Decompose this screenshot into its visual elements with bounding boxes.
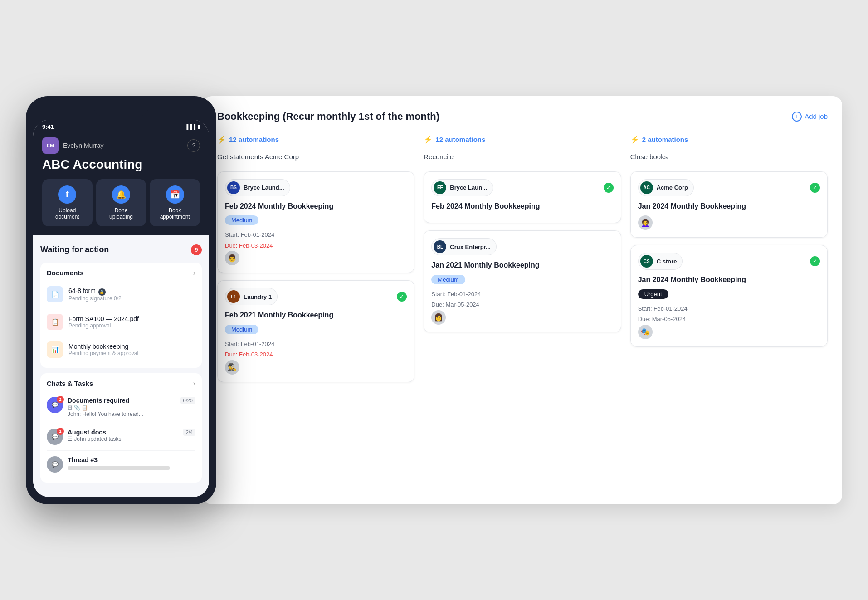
action-buttons: ⬆ Uploaddocument 🔔 Doneuploading 📅 Booka… bbox=[42, 179, 200, 226]
document-item-2[interactable]: 📋 Form SA100 — 2024.pdf Pending approval bbox=[47, 310, 195, 334]
start-date-1-1: Start: Feb-01-2024 bbox=[225, 229, 407, 240]
client-name-1-1: Bryce Laund... bbox=[244, 184, 284, 191]
signal-icon: ▐▐▐ bbox=[185, 124, 195, 129]
user-left: EM Evelyn Murray bbox=[42, 137, 103, 154]
client-avatar-3-1: AC bbox=[640, 181, 653, 194]
client-badge-2-2: BL Crux Enterpr... bbox=[431, 238, 497, 255]
job-card-3-1[interactable]: AC Acme Corp ✓ Jan 2024 Monthly Bookkeep… bbox=[630, 171, 828, 238]
client-badge-3-2: CS C store bbox=[638, 253, 683, 270]
check-icon-3-1: ✓ bbox=[810, 183, 820, 193]
phone-header: EM Evelyn Murray ? ABC Accounting ⬆ Uplo… bbox=[33, 132, 209, 235]
client-name-2-1: Bryce Laun... bbox=[450, 184, 487, 191]
doc-icon-3: 📊 bbox=[47, 341, 63, 358]
job-card-2-2[interactable]: BL Crux Enterpr... Jan 2021 Monthly Book… bbox=[424, 230, 621, 332]
job-card-1-1[interactable]: BS Bryce Laund... Feb 2024 Monthly Bookk… bbox=[217, 171, 414, 273]
chat-item-1[interactable]: 💬 2 Documents required 0/20 🖼 📎 📋 bbox=[47, 393, 195, 421]
bolt-icon-3: ⚡ bbox=[630, 135, 639, 144]
client-badge-3-1: AC Acme Corp bbox=[638, 179, 694, 196]
job-title-2-1: Feb 2024 Monthly Bookkeeping bbox=[431, 202, 613, 211]
dates-1-2: Start: Feb-01-2024 Due: Feb-03-2024 bbox=[225, 339, 407, 360]
waiting-section-header: Waiting for action 9 bbox=[40, 244, 202, 255]
priority-1-1: Medium bbox=[225, 215, 258, 225]
chat-avatar-3: 💬 bbox=[47, 456, 63, 473]
job-title-1-1: Feb 2024 Monthly Bookkeeping bbox=[225, 202, 407, 211]
book-appointment-label: Bookappointment bbox=[160, 207, 190, 220]
priority-3-2: Urgent bbox=[638, 289, 668, 299]
due-date-1-2: Due: Feb-03-2024 bbox=[225, 349, 407, 360]
client-name-3-2: C store bbox=[657, 258, 677, 265]
doc-info-3: Monthly bookkeeping Pending payment & ap… bbox=[68, 343, 138, 356]
chat-item-2[interactable]: 💬 1 August docs 2/4 ☰ John updated tasks bbox=[47, 425, 195, 449]
user-avatar: EM bbox=[42, 137, 59, 154]
doc-info-2: Form SA100 — 2024.pdf Pending approval bbox=[68, 315, 139, 329]
document-item-3[interactable]: 📊 Monthly bookkeeping Pending payment & … bbox=[47, 338, 195, 361]
client-row-1-1: BS Bryce Laund... bbox=[225, 179, 407, 196]
bolt-icon-1: ⚡ bbox=[217, 135, 226, 144]
client-avatar-2-2: BL bbox=[434, 240, 446, 253]
due-date-3-2: Due: Mar-05-2024 bbox=[638, 314, 820, 324]
chat-content-3: Thread #3 bbox=[68, 456, 195, 470]
chats-title: Chats & Tasks bbox=[47, 380, 93, 387]
documents-chevron[interactable]: › bbox=[193, 269, 195, 277]
job-card-3-2[interactable]: CS C store ✓ Jan 2024 Monthly Bookkeepin… bbox=[630, 245, 828, 347]
doc-info-1: 64-8 form 🔒 Pending signature 0/2 bbox=[68, 287, 122, 302]
col-desc-1: Get statements Acme Corp bbox=[217, 153, 414, 161]
doc-status-2: Pending approval bbox=[68, 322, 139, 329]
client-name-1-2: Laundry 1 bbox=[244, 293, 272, 300]
chat-item-3[interactable]: 💬 Thread #3 bbox=[47, 453, 195, 476]
help-button[interactable]: ? bbox=[187, 139, 200, 152]
client-badge-1-1: BS Bryce Laund... bbox=[225, 179, 290, 196]
automations-count-2: 12 automations bbox=[435, 136, 485, 143]
book-appointment-button[interactable]: 📅 Bookappointment bbox=[150, 179, 200, 226]
client-name-3-1: Acme Corp bbox=[657, 184, 688, 191]
dates-3-2: Start: Feb-01-2024 Due: Mar-05-2024 bbox=[638, 303, 820, 325]
job-title-3-1: Jan 2024 Monthly Bookkeeping bbox=[638, 202, 820, 211]
job-title-1-2: Feb 2021 Monthly Bookkeeping bbox=[225, 311, 407, 320]
documents-section: Documents › 📄 64-8 form 🔒 Pending signat… bbox=[40, 263, 202, 368]
add-job-button[interactable]: + Add job bbox=[792, 112, 828, 122]
start-date-1-2: Start: Feb-01-2024 bbox=[225, 339, 407, 349]
lock-icon: 🔒 bbox=[98, 288, 106, 296]
chat-avatar-2: 💬 1 bbox=[47, 429, 63, 445]
waiting-title: Waiting for action bbox=[40, 245, 109, 254]
upload-document-button[interactable]: ⬆ Uploaddocument bbox=[42, 179, 93, 226]
add-job-label: Add job bbox=[805, 112, 828, 120]
check-icon-2-1: ✓ bbox=[604, 183, 614, 193]
dates-2-2: Start: Feb-01-2024 Due: Mar-05-2024 bbox=[431, 289, 613, 310]
job-card-1-2[interactable]: L1 Laundry 1 ✓ Feb 2021 Monthly Bookkeep… bbox=[217, 280, 414, 382]
book-icon: 📅 bbox=[166, 185, 184, 204]
kanban-board: ⚡ 12 automations Get statements Acme Cor… bbox=[217, 135, 828, 382]
job-title-3-2: Jan 2024 Monthly Bookkeeping bbox=[638, 275, 820, 285]
automations-count-3: 2 automations bbox=[642, 136, 688, 143]
done-uploading-icon: 🔔 bbox=[112, 185, 130, 204]
col-desc-2: Reconcile bbox=[424, 153, 621, 161]
chat-meta-1: 🖼 📎 📋 bbox=[68, 405, 195, 411]
chat-meta-icons-1: 🖼 📎 📋 bbox=[68, 405, 88, 411]
status-bar: 9:41 ▐▐▐ ▮ bbox=[33, 120, 209, 132]
chat-preview-3 bbox=[68, 466, 170, 470]
chat-avatar-1: 💬 2 bbox=[47, 397, 63, 413]
job-title-2-2: Jan 2021 Monthly Bookkeeping bbox=[431, 261, 613, 270]
chats-chevron[interactable]: › bbox=[193, 380, 195, 388]
due-date-2-2: Due: Mar-05-2024 bbox=[431, 299, 613, 310]
doc-name-3: Monthly bookkeeping bbox=[68, 343, 138, 350]
battery-icon: ▮ bbox=[197, 124, 200, 130]
start-date-3-2: Start: Feb-01-2024 bbox=[638, 303, 820, 314]
client-row-3-1: AC Acme Corp ✓ bbox=[638, 179, 820, 196]
doc-icon-2: 📋 bbox=[47, 314, 63, 330]
waiting-count-badge: 9 bbox=[191, 244, 202, 255]
time-display: 9:41 bbox=[42, 123, 54, 130]
unread-badge-2: 1 bbox=[57, 428, 64, 435]
client-avatar-1-2: L1 bbox=[227, 290, 240, 303]
scene: 9:41 ▐▐▐ ▮ EM Evelyn Murray bbox=[26, 96, 842, 504]
chat-badge-1: 0/20 bbox=[180, 397, 195, 404]
phone-notch bbox=[94, 103, 148, 116]
automations-3: ⚡ 2 automations bbox=[630, 135, 828, 144]
assignee-3-1: 👩‍🦱 bbox=[638, 215, 653, 230]
job-card-2-1[interactable]: EF Bryce Laun... ✓ Feb 2024 Monthly Book… bbox=[424, 171, 621, 224]
document-item-1[interactable]: 📄 64-8 form 🔒 Pending signature 0/2 bbox=[47, 283, 195, 306]
start-date-2-2: Start: Feb-01-2024 bbox=[431, 289, 613, 299]
chat-badge-2: 2/4 bbox=[183, 429, 195, 436]
documents-title: Documents bbox=[47, 269, 84, 277]
done-uploading-button[interactable]: 🔔 Doneuploading bbox=[96, 179, 146, 226]
